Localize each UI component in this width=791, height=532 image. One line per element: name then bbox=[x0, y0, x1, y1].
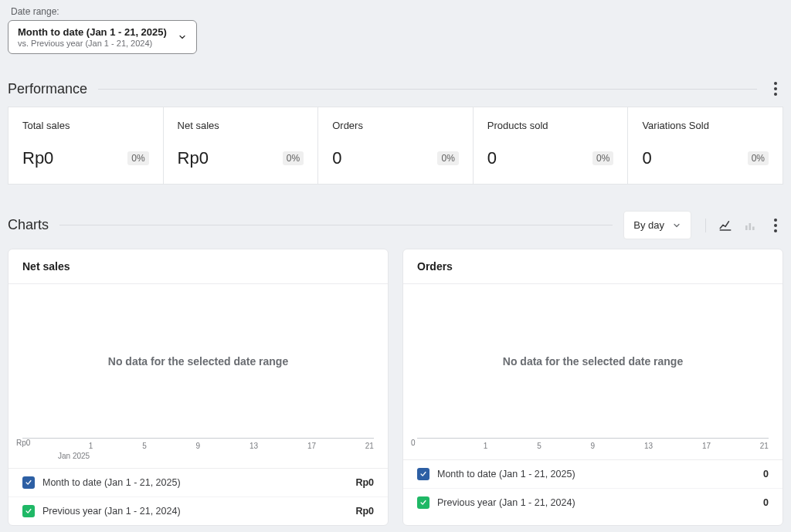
metric-delta: 0% bbox=[437, 151, 458, 165]
chart-empty-message: No data for the selected date range bbox=[403, 284, 783, 439]
metric-label: Products sold bbox=[487, 120, 614, 131]
metric-card[interactable]: Net salesRp00% bbox=[164, 107, 318, 184]
y-zero-label: Rp0 bbox=[16, 439, 30, 447]
x-tick: 9 bbox=[591, 442, 596, 450]
date-range-label: Date range: bbox=[8, 6, 783, 20]
x-caption: Jan 2025 bbox=[58, 450, 388, 468]
x-axis bbox=[417, 438, 769, 439]
legend-value: 0 bbox=[763, 497, 769, 508]
legend-row[interactable]: Previous year (Jan 1 - 21, 2024)0 bbox=[403, 489, 783, 517]
metric-card[interactable]: Variations Sold00% bbox=[628, 107, 783, 184]
date-range-primary: Month to date (Jan 1 - 21, 2025) bbox=[18, 26, 167, 38]
legend-checkbox[interactable] bbox=[417, 468, 429, 480]
x-tick: 17 bbox=[307, 442, 316, 450]
performance-metrics: Total salesRp00%Net salesRp00%Orders00%P… bbox=[8, 107, 783, 185]
x-tick: 21 bbox=[365, 442, 374, 450]
x-tick: 1 bbox=[89, 442, 93, 450]
x-ticks: 159131721 bbox=[403, 439, 783, 450]
metric-delta: 0% bbox=[592, 151, 613, 165]
metric-label: Variations Sold bbox=[642, 120, 769, 131]
chart-card: OrdersNo data for the selected date rang… bbox=[402, 249, 783, 526]
date-range-secondary: vs. Previous year (Jan 1 - 21, 2024) bbox=[18, 39, 167, 48]
metric-label: Orders bbox=[332, 120, 459, 131]
x-tick: 1 bbox=[484, 442, 488, 450]
section-title-performance: Performance bbox=[8, 81, 87, 97]
chart-body: No data for the selected date range0 bbox=[403, 284, 783, 439]
metric-delta: 0% bbox=[283, 151, 304, 165]
interval-select-label: By day bbox=[633, 219, 664, 231]
chart-card: Net salesNo data for the selected date r… bbox=[8, 249, 389, 526]
metric-card[interactable]: Orders00% bbox=[318, 107, 473, 184]
x-tick: 13 bbox=[250, 442, 258, 450]
divider bbox=[59, 225, 613, 225]
x-tick: 9 bbox=[196, 442, 201, 450]
svg-rect-2 bbox=[752, 226, 755, 230]
metric-label: Net sales bbox=[178, 120, 304, 131]
metric-card[interactable]: Products sold00% bbox=[474, 107, 628, 184]
chart-legend: Month to date (Jan 1 - 21, 2025)0Previou… bbox=[403, 459, 783, 517]
chart-title: Net sales bbox=[8, 249, 388, 284]
chart-title: Orders bbox=[403, 249, 783, 284]
metric-card[interactable]: Total salesRp00% bbox=[8, 107, 163, 184]
legend-label: Previous year (Jan 1 - 21, 2024) bbox=[437, 497, 575, 508]
legend-checkbox[interactable] bbox=[417, 496, 429, 509]
date-range-picker[interactable]: Month to date (Jan 1 - 21, 2025) vs. Pre… bbox=[8, 20, 197, 54]
legend-value: 0 bbox=[763, 469, 769, 479]
x-tick: 17 bbox=[702, 442, 711, 450]
chart-legend: Month to date (Jan 1 - 21, 2025)Rp0Previ… bbox=[8, 468, 388, 525]
svg-rect-0 bbox=[745, 225, 748, 230]
chart-empty-message: No data for the selected date range bbox=[8, 284, 388, 439]
legend-row[interactable]: Previous year (Jan 1 - 21, 2024)Rp0 bbox=[8, 497, 388, 525]
legend-row[interactable]: Month to date (Jan 1 - 21, 2025)0 bbox=[403, 460, 783, 489]
bar-chart-icon[interactable] bbox=[743, 219, 757, 232]
x-tick: 5 bbox=[537, 442, 541, 450]
x-ticks: 159131721 bbox=[8, 439, 388, 450]
performance-menu-icon[interactable] bbox=[768, 80, 783, 97]
legend-label: Previous year (Jan 1 - 21, 2024) bbox=[42, 506, 181, 517]
svg-rect-1 bbox=[749, 223, 752, 230]
metric-label: Total sales bbox=[22, 120, 149, 131]
metric-delta: 0% bbox=[748, 151, 769, 165]
x-axis bbox=[22, 438, 374, 439]
x-caption bbox=[453, 450, 783, 459]
charts-menu-icon[interactable] bbox=[768, 217, 783, 234]
x-tick: 5 bbox=[142, 442, 147, 450]
legend-checkbox[interactable] bbox=[22, 476, 35, 489]
metric-value: Rp0 bbox=[178, 148, 209, 168]
chart-body: No data for the selected date rangeRp0 bbox=[8, 284, 388, 439]
metric-value: Rp0 bbox=[22, 148, 53, 168]
metric-delta: 0% bbox=[127, 151, 148, 165]
legend-value: Rp0 bbox=[355, 506, 374, 517]
x-tick: 21 bbox=[760, 442, 769, 450]
charts-grid: Net salesNo data for the selected date r… bbox=[8, 249, 783, 526]
chevron-down-icon bbox=[672, 221, 681, 230]
legend-label: Month to date (Jan 1 - 21, 2025) bbox=[437, 469, 575, 479]
y-zero-label: 0 bbox=[411, 439, 416, 447]
divider bbox=[98, 89, 757, 90]
legend-label: Month to date (Jan 1 - 21, 2025) bbox=[42, 477, 181, 488]
legend-checkbox[interactable] bbox=[22, 505, 35, 517]
x-tick: 13 bbox=[644, 442, 653, 450]
legend-row[interactable]: Month to date (Jan 1 - 21, 2025)Rp0 bbox=[8, 469, 388, 497]
legend-value: Rp0 bbox=[355, 477, 374, 488]
section-title-charts: Charts bbox=[8, 217, 49, 233]
line-chart-icon[interactable] bbox=[718, 219, 732, 232]
metric-value: 0 bbox=[487, 148, 497, 168]
metric-value: 0 bbox=[332, 148, 341, 168]
interval-select[interactable]: By day bbox=[623, 211, 691, 239]
metric-value: 0 bbox=[642, 148, 651, 168]
chevron-down-icon bbox=[178, 32, 187, 42]
